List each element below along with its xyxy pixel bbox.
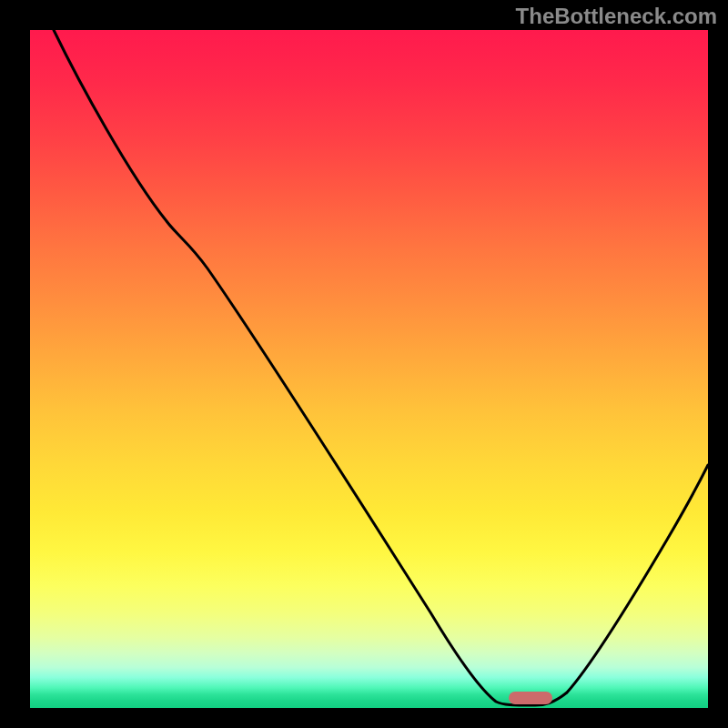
curve-path	[54, 30, 708, 705]
optimal-marker	[509, 692, 552, 704]
bottleneck-curve	[30, 30, 708, 708]
plot-area	[30, 30, 708, 708]
chart-container: TheBottleneck.com	[0, 0, 728, 728]
watermark-text: TheBottleneck.com	[516, 4, 717, 29]
